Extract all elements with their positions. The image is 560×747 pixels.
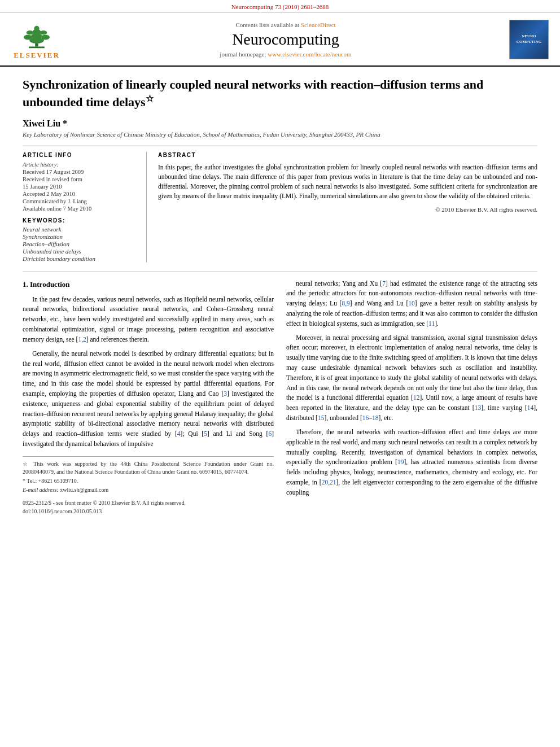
footnotes: ☆ This work was supported by the 44th Ch… (23, 456, 274, 494)
right-para-1: neural networks; Yang and Xu [7] had est… (286, 279, 537, 329)
homepage-link[interactable]: www.elsevier.com/locate/neucom (268, 51, 351, 58)
contents-available-text: Contents lists available at ScienceDirec… (68, 21, 504, 28)
journal-citation: Neurocomputing 73 (2010) 2681–2688 (0, 0, 560, 13)
section-1-heading: 1. Introduction (23, 279, 274, 290)
abstract-title: ABSTRACT (158, 152, 537, 158)
abstract-text: In this paper, the author investigates t… (158, 163, 537, 202)
sciencedirect-link[interactable]: ScienceDirect (301, 21, 336, 28)
issn-section: 0925-2312/$ - see front matter © 2010 El… (23, 499, 274, 516)
journal-homepage: journal homepage: www.elsevier.com/locat… (68, 51, 504, 58)
svg-point-7 (41, 34, 50, 40)
article-title: Synchronization of linearly coupled neur… (23, 77, 537, 111)
abstract-panel: ABSTRACT In this paper, the author inves… (158, 152, 537, 263)
right-para-3: Therefore, the neural networks with reac… (286, 427, 537, 498)
keywords-title: Keywords: (23, 217, 137, 224)
journal-thumbnail: NEUROCOMPUTING (509, 20, 549, 59)
author-affiliation: Key Laboratory of Nonlinear Science of C… (23, 131, 537, 138)
info-abstract-section: ARTICLE INFO Article history: Received 1… (23, 146, 537, 263)
footnote-2: * Tel.: +8621 65109710. (23, 477, 274, 485)
section-divider (23, 272, 537, 272)
journal-center-info: Contents lists available at ScienceDirec… (68, 21, 504, 58)
revised-label: Received in revised form (23, 176, 137, 182)
article-info-title: ARTICLE INFO (23, 152, 137, 158)
author-name: Xiwei Liu * (23, 119, 537, 129)
journal-name: Neurocomputing (68, 30, 504, 49)
keyword-4: Unbounded time delays (23, 248, 137, 255)
main-content: Synchronization of linearly coupled neur… (0, 67, 560, 526)
footnote-1: ☆ This work was supported by the 44th Ch… (23, 460, 274, 476)
doi-text: doi:10.1016/j.neucom.2010.05.013 (23, 507, 274, 516)
body-right-column: neural networks; Yang and Xu [7] had est… (286, 279, 537, 516)
article-info-panel: ARTICLE INFO Article history: Received 1… (23, 152, 147, 263)
keyword-1: Neural network (23, 226, 137, 233)
intro-para-2: Generally, the neural network model is d… (23, 349, 274, 449)
revised-date: 15 January 2010 (23, 184, 137, 190)
communicated-by: Communicated by J. Liang (23, 198, 137, 204)
svg-point-6 (24, 34, 32, 40)
footnote-3: E-mail address: xwliu.sh@gmail.com (23, 486, 274, 494)
available-online: Available online 7 May 2010 (23, 206, 137, 212)
journal-thumb-label: NEUROCOMPUTING (517, 34, 541, 44)
svg-point-9 (40, 30, 47, 34)
right-para-2: Moreover, in neural processing and signa… (286, 333, 537, 423)
svg-point-8 (27, 30, 34, 34)
keywords-section: Keywords: Neural network Synchronization… (23, 217, 137, 262)
elsevier-logo: ELSEVIER (11, 19, 62, 60)
journal-header: ELSEVIER Contents lists available at Sci… (0, 13, 560, 67)
keyword-3: Reaction–diffusion (23, 241, 137, 247)
intro-para-1: In the past few decades, various neural … (23, 295, 274, 345)
elsevier-brand-text: ELSEVIER (14, 51, 60, 60)
body-right-text: neural networks; Yang and Xu [7] had est… (286, 279, 537, 498)
received-date: Received 17 August 2009 (23, 169, 137, 175)
accepted-date: Accepted 2 May 2010 (23, 191, 137, 197)
body-columns: 1. Introduction In the past few decades,… (23, 279, 537, 516)
svg-rect-1 (29, 47, 45, 49)
citation-text: Neurocomputing 73 (2010) 2681–2688 (231, 3, 329, 10)
copyright-text: © 2010 Elsevier B.V. All rights reserved… (158, 206, 537, 213)
body-left-text: In the past few decades, various neural … (23, 295, 274, 449)
keyword-5: Dirichlet boundary condition (23, 255, 137, 262)
svg-point-5 (34, 26, 39, 31)
elsevier-tree-icon (17, 19, 56, 50)
keyword-2: Synchronization (23, 233, 137, 240)
issn-text: 0925-2312/$ - see front matter © 2010 El… (23, 499, 274, 508)
history-group: Article history: Received 17 August 2009… (23, 161, 137, 212)
body-left-column: 1. Introduction In the past few decades,… (23, 279, 274, 516)
history-label: Article history: (23, 161, 137, 168)
